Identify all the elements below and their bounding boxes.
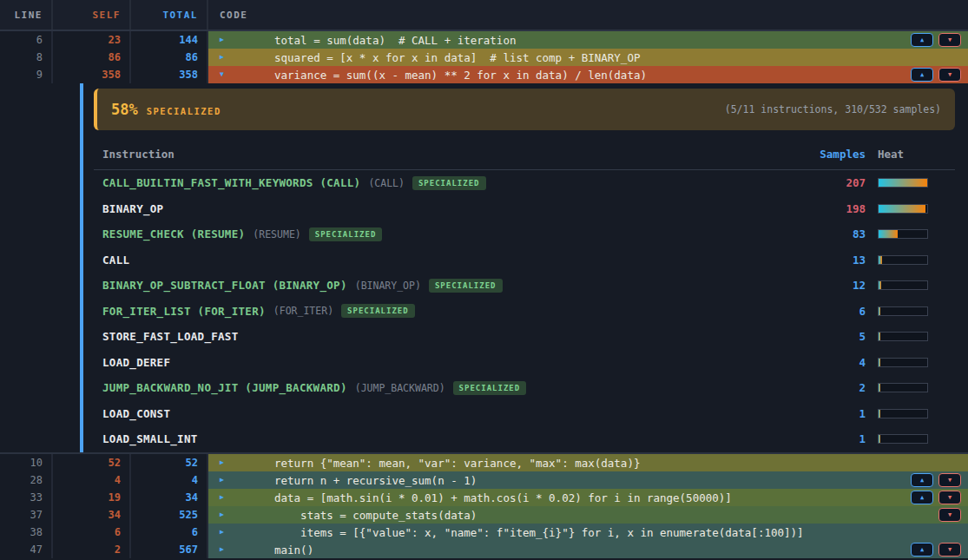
- code-cell[interactable]: ▶ total = sum(data) # CALL + iteration ▲…: [208, 31, 968, 49]
- expand-triangle-icon[interactable]: ▶: [220, 529, 224, 536]
- specialized-percent: 58%: [111, 101, 138, 118]
- jump-down-button[interactable]: ▼: [938, 33, 961, 47]
- self-samples: 19: [53, 489, 131, 506]
- line-number: 37: [0, 506, 53, 524]
- code-text: data = [math.sin(i * 0.01) + math.cos(i …: [208, 491, 732, 504]
- code-line-row[interactable]: 38 6 6 ▶ items = [{"value": x, "name": f…: [0, 524, 968, 541]
- jump-up-button[interactable]: ▲: [911, 68, 933, 82]
- code-cell[interactable]: ▶ return {"mean": mean, "var": variance,…: [208, 454, 968, 471]
- heat-bar: [878, 434, 928, 444]
- code-line-row[interactable]: 33 19 34 ▶ data = [math.sin(i * 0.01) + …: [0, 489, 968, 506]
- code-cell[interactable]: ▶ data = [math.sin(i * 0.01) + math.cos(…: [208, 489, 968, 506]
- total-samples: 86: [131, 49, 208, 66]
- jump-down-button[interactable]: ▼: [938, 508, 961, 522]
- heat-bar-fill: [879, 205, 925, 213]
- code-text: squared = [x * x for x in data] # list c…: [208, 51, 640, 64]
- heat-bar: [878, 306, 928, 316]
- heat-bar-fill: [879, 359, 880, 366]
- total-samples: 34: [131, 489, 208, 506]
- heat-bar: [878, 332, 928, 341]
- heat-bar: [878, 229, 928, 239]
- heat-bar-fill: [879, 307, 880, 315]
- total-samples: 52: [131, 454, 208, 471]
- instruction-name: LOAD_DEREF: [102, 356, 170, 369]
- instruction-base-op: (CALL): [368, 177, 405, 189]
- expand-triangle-icon[interactable]: ▶: [220, 511, 224, 518]
- jump-up-button[interactable]: ▲: [911, 33, 933, 47]
- code-line-row[interactable]: 10 52 52 ▶ return {"mean": mean, "var": …: [0, 454, 968, 471]
- instruction-samples: 6: [805, 305, 866, 318]
- jump-up-button[interactable]: ▲: [911, 491, 933, 504]
- code-cell[interactable]: ▶ items = [{"value": x, "name": f"item_{…: [208, 524, 968, 541]
- expand-triangle-icon[interactable]: ▼: [220, 71, 224, 78]
- code-cell[interactable]: ▶ squared = [x * x for x in data] # list…: [208, 49, 968, 66]
- code-line-row[interactable]: 6 23 144 ▶ total = sum(data) # CALL + it…: [0, 31, 968, 49]
- total-samples: 144: [131, 31, 208, 49]
- instruction-name: BINARY_OP_SUBTRACT_FLOAT (BINARY_OP): [102, 279, 347, 292]
- code-line-row[interactable]: 47 2 567 ▶ main() ▲▼: [0, 541, 968, 558]
- expand-triangle-icon[interactable]: ▶: [220, 477, 224, 484]
- heat-bar: [878, 280, 928, 290]
- heat-bar-fill: [879, 410, 880, 418]
- total-samples: 6: [131, 524, 208, 541]
- instruction-row: LOAD_CONST 1: [94, 401, 955, 427]
- code-cell[interactable]: ▶ stats = compute_stats(data) ▼: [208, 506, 968, 524]
- specialized-badge: SPECIALIZED: [341, 304, 415, 318]
- self-samples: 52: [53, 454, 131, 471]
- self-samples: 2: [53, 541, 131, 558]
- instruction-row: LOAD_DEREF 4: [94, 350, 955, 376]
- heat-bar-fill: [879, 384, 880, 392]
- expand-triangle-icon[interactable]: ▶: [220, 459, 224, 466]
- instruction-name: LOAD_SMALL_INT: [102, 432, 198, 445]
- row-nav-buttons: ▲▼: [911, 473, 961, 487]
- line-number: 33: [0, 489, 53, 506]
- code-text: total = sum(data) # CALL + iteration: [208, 34, 516, 47]
- instruction-row: JUMP_BACKWARD_NO_JIT (JUMP_BACKWARD) (JU…: [94, 375, 955, 401]
- code-line-row[interactable]: 8 86 86 ▶ squared = [x * x for x in data…: [0, 49, 968, 66]
- row-nav-buttons: ▲▼: [911, 68, 961, 82]
- code-text: variance = sum((x - mean) ** 2 for x in …: [208, 69, 647, 82]
- instruction-row: RESUME_CHECK (RESUME) (RESUME) SPECIALIZ…: [94, 221, 955, 247]
- heat-bar: [878, 358, 928, 367]
- jump-down-button[interactable]: ▼: [938, 543, 961, 557]
- code-cell[interactable]: ▼ variance = sum((x - mean) ** 2 for x i…: [208, 66, 968, 83]
- expand-triangle-icon[interactable]: ▶: [220, 54, 224, 61]
- row-nav-buttons: ▲▼: [911, 491, 961, 504]
- self-samples: 358: [53, 66, 131, 83]
- code-cell[interactable]: ▶ return n + recursive_sum(n - 1) ▲▼: [208, 471, 968, 489]
- expand-triangle-icon[interactable]: ▶: [220, 546, 224, 553]
- specialized-badge: SPECIALIZED: [412, 176, 486, 190]
- code-line-row[interactable]: 9 358 358 ▼ variance = sum((x - mean) **…: [0, 66, 968, 83]
- code-rows-top: 6 23 144 ▶ total = sum(data) # CALL + it…: [0, 31, 968, 83]
- heat-bar: [878, 255, 928, 265]
- jump-down-button[interactable]: ▼: [938, 473, 961, 487]
- instruction-name: CALL_BUILTIN_FAST_WITH_KEYWORDS (CALL): [102, 176, 360, 189]
- expand-triangle-icon[interactable]: ▶: [220, 494, 224, 501]
- instruction-samples: 1: [805, 407, 866, 420]
- instruction-samples: 198: [805, 202, 866, 215]
- code-cell[interactable]: ▶ main() ▲▼: [208, 541, 968, 558]
- code-line-row[interactable]: 28 4 4 ▶ return n + recursive_sum(n - 1)…: [0, 471, 968, 489]
- column-header-self: SELF: [53, 0, 131, 30]
- jump-down-button[interactable]: ▼: [938, 68, 961, 82]
- jump-up-button[interactable]: ▲: [911, 543, 933, 557]
- instruction-base-op: (JUMP_BACKWARD): [355, 382, 445, 394]
- instruction-samples: 5: [805, 330, 866, 343]
- instruction-row: STORE_FAST_LOAD_FAST 5: [94, 324, 955, 350]
- heat-bar: [878, 178, 928, 188]
- code-text: items = [{"value": x, "name": f"item_{i}…: [208, 526, 804, 539]
- instruction-row: FOR_ITER_LIST (FOR_ITER) (FOR_ITER) SPEC…: [94, 299, 955, 325]
- jump-down-button[interactable]: ▼: [938, 491, 961, 504]
- jump-up-button[interactable]: ▲: [911, 473, 933, 487]
- instruction-samples: 207: [805, 176, 866, 189]
- instruction-base-op: (FOR_ITER): [273, 305, 333, 317]
- self-samples: 23: [53, 31, 131, 49]
- total-samples: 567: [131, 541, 208, 558]
- instruction-rows: CALL_BUILTIN_FAST_WITH_KEYWORDS (CALL) (…: [94, 170, 955, 452]
- heat-bar-fill: [879, 333, 880, 340]
- line-number: 10: [0, 454, 53, 471]
- line-number: 38: [0, 524, 53, 541]
- expand-triangle-icon[interactable]: ▶: [220, 36, 224, 43]
- code-line-row[interactable]: 37 34 525 ▶ stats = compute_stats(data) …: [0, 506, 968, 524]
- instruction-name: BINARY_OP: [102, 202, 163, 215]
